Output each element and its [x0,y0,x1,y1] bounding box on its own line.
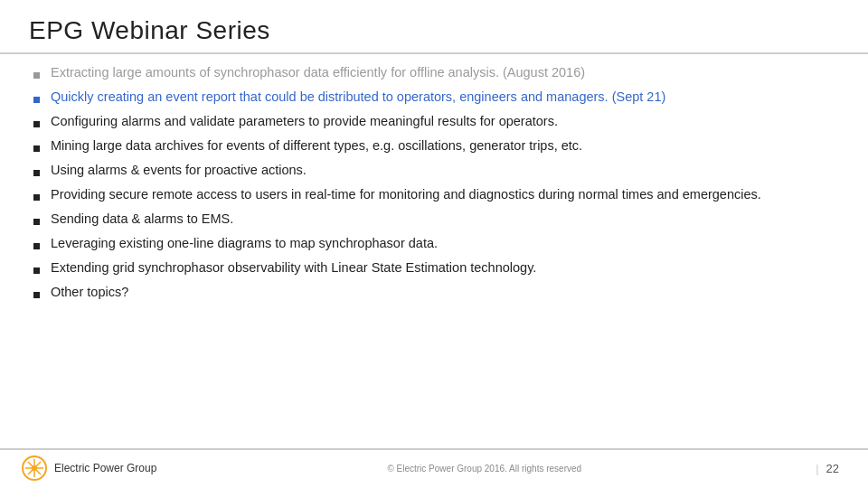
bullet-item-6: Providing secure remote access to users … [29,185,839,206]
epg-logo-icon [22,455,47,481]
bullet-item-4: Mining large data archives for events of… [29,136,839,157]
company-logo: Electric Power Group [22,455,156,481]
bullet-item-1: Extracting large amounts of synchrophaso… [29,63,839,84]
slide-title: EPG Webinar Series [29,16,839,45]
bullet-text-3: Configuring alarms and validate paramete… [51,112,839,131]
slide-footer: Electric Power Group © Electric Power Gr… [0,448,868,488]
bullet-text-7: Sending data & alarms to EMS. [51,210,839,229]
bullet-text-4: Mining large data archives for events of… [51,136,839,155]
bullet-list: Extracting large amounts of synchrophaso… [29,63,839,304]
bullet-text-1: Extracting large amounts of synchrophaso… [51,63,839,82]
page-divider: | [816,462,818,475]
bullet-text-5: Using alarms & events for proactive acti… [51,161,839,180]
company-name: Electric Power Group [54,462,156,474]
slide-header: EPG Webinar Series [0,0,868,54]
bullet-text-10: Other topics? [51,283,839,302]
bullet-item-3: Configuring alarms and validate paramete… [29,112,839,133]
page-number-area: | 22 [812,462,839,475]
page-number: 22 [826,462,839,475]
bullet-text-2: Quickly creating an event report that co… [51,88,839,107]
bullet-marker-1 [29,65,43,84]
bullet-text-9: Extending grid synchrophasor observabili… [51,258,839,277]
bullet-text-6: Providing secure remote access to users … [51,185,839,204]
bullet-item-10: Other topics? [29,283,839,304]
bullet-marker-6 [29,187,43,206]
bullet-item-7: Sending data & alarms to EMS. [29,210,839,230]
bullet-marker-2 [29,89,43,108]
bullet-marker-10 [29,285,43,304]
bullet-marker-3 [29,114,43,133]
bullet-marker-7 [29,211,43,230]
bullet-marker-9 [29,260,43,279]
slide: EPG Webinar Series Extracting large amou… [0,0,868,488]
bullet-item-8: Leveraging existing one-line diagrams to… [29,234,839,255]
bullet-marker-4 [29,138,43,157]
bullet-marker-5 [29,163,43,182]
footer-copyright: © Electric Power Group 2016. All rights … [156,464,812,474]
bullet-item-2: Quickly creating an event report that co… [29,88,839,108]
bullet-item-9: Extending grid synchrophasor observabili… [29,258,839,279]
svg-point-1 [32,465,37,471]
slide-content: Extracting large amounts of synchrophaso… [0,58,868,448]
bullet-text-8: Leveraging existing one-line diagrams to… [51,234,839,253]
bullet-marker-8 [29,236,43,255]
bullet-item-5: Using alarms & events for proactive acti… [29,161,839,182]
